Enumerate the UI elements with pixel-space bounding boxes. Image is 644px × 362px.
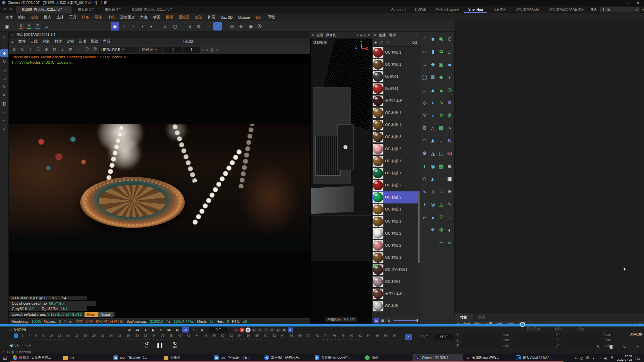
palette-command-icon[interactable]: ≈ [445, 211, 454, 224]
palette-command-icon[interactable]: ▲ [437, 83, 445, 96]
palette-command-icon[interactable]: ◉ [437, 33, 445, 45]
grid-snap-button[interactable]: # [213, 22, 222, 31]
arrow-icon[interactable]: ↗ [380, 40, 383, 45]
input-language[interactable]: 英 [610, 356, 614, 360]
viewport-canvas[interactable]: 透视视图 Y Z X 网格间距 : 100 cm [310, 39, 372, 324]
material-item[interactable]: OC 材质.3 [372, 131, 420, 143]
corner-tool-icon[interactable]: ▣ [609, 344, 613, 349]
palette-command-icon[interactable]: ⊙ [445, 33, 454, 45]
material-item[interactable]: OC 材质.2 [372, 228, 420, 240]
palette-command-icon[interactable]: ∿ [437, 96, 445, 109]
menu-item[interactable]: 模式 [41, 15, 54, 20]
layout-tab[interactable]: 神话常用Model [512, 7, 544, 13]
corner-tool-icon[interactable]: ⋯ [635, 344, 639, 349]
taskbar-app[interactable]: jpg - "Grunge 【... [111, 354, 161, 362]
palette-command-icon[interactable]: ◭ [429, 173, 437, 185]
octane-tool-icon[interactable]: Ⓡ [35, 46, 42, 53]
samples-field-2[interactable]: 1 [183, 47, 200, 53]
hamburger-icon[interactable]: ≡ [11, 40, 13, 44]
material-item[interactable]: Oc光泽1 [372, 71, 420, 83]
hamburger-icon[interactable]: ≡ [312, 34, 314, 37]
menu-item[interactable]: 角色 [138, 15, 150, 20]
record-button[interactable]: ▤ [282, 327, 287, 333]
rotation-field[interactable]: 0 ° [513, 343, 562, 348]
menu-item[interactable]: 工具 [66, 15, 79, 20]
palette-command-icon[interactable]: ∷ [437, 173, 445, 185]
material-item[interactable]: MIX OC 混合材质1 [372, 264, 420, 276]
palette-command-icon[interactable]: ◆ [429, 58, 437, 71]
tray-icon[interactable]: ▭ [597, 356, 600, 360]
layout-tab[interactable]: ShenHua [464, 7, 487, 13]
playback-progress-bar[interactable] [0, 324, 644, 326]
palette-command-icon[interactable]: ◇ [420, 96, 429, 109]
reset-transform-button[interactable]: 复位变换 [527, 327, 541, 331]
material-item[interactable]: OC 材质.2 [372, 240, 420, 252]
fcurve-button[interactable]: ∠ [405, 334, 412, 340]
palette-command-icon[interactable]: △ [429, 122, 437, 134]
palette-command-icon[interactable]: ✾ [420, 147, 429, 160]
octane-close-icon[interactable]: × [11, 33, 13, 37]
tool-icon[interactable]: ⊹ [0, 41, 8, 49]
palette-command-icon[interactable]: ◗ [429, 96, 437, 109]
taskbar-app[interactable]: 边角类 [161, 354, 211, 362]
material-item[interactable]: OC 材质 [372, 300, 420, 312]
transport-button[interactable]: ∿ [190, 327, 197, 333]
rotation-field[interactable]: 0 ° [513, 338, 562, 342]
doc-tab[interactable]: 未标题 4 * [99, 6, 126, 13]
palette-command-icon[interactable]: ≀ [420, 198, 429, 211]
palette-command-icon[interactable]: I [420, 160, 429, 173]
octane-menu-item[interactable]: 文件 [18, 39, 25, 44]
palette-command-icon[interactable]: ▣ [445, 173, 454, 185]
material-item[interactable]: OC 材质.1 [372, 59, 420, 71]
palette-command-icon[interactable]: ✤ [437, 224, 445, 236]
octane-tool-icon[interactable]: ◐ [59, 46, 66, 53]
position-field[interactable]: 0 cm [462, 338, 512, 342]
palette-command-icon[interactable]: ❋ [445, 109, 454, 122]
tray-icon[interactable]: ◎ [580, 356, 583, 360]
menu-item[interactable]: 样条 [79, 15, 92, 20]
maximize-button[interactable]: ▢ [627, 1, 630, 5]
palette-command-icon[interactable]: ⊠ [429, 71, 437, 83]
taskbar-app[interactable]: Cinema 4D R26.1... [413, 354, 463, 362]
render-button[interactable]: ◎ [228, 22, 236, 31]
record-button[interactable]: ⊹ [264, 327, 269, 333]
palette-command-icon[interactable]: ◜ [420, 33, 429, 45]
octane-tool-icon[interactable]: ▫ [75, 46, 82, 53]
tray-icon[interactable]: Ⓚ [586, 356, 589, 360]
octane-tool-icon[interactable]: ↻ [19, 46, 26, 53]
material-item[interactable]: Oc光泽1 [372, 83, 420, 95]
tray-icon[interactable]: ◀) [604, 356, 607, 360]
octane-passes-icon[interactable]: ● [201, 47, 204, 52]
panel-tab[interactable]: 场次 [473, 313, 491, 321]
content-browser-button[interactable]: ▣ [3, 22, 11, 31]
taskbar-app[interactable]: 云直播(window64)... [312, 354, 362, 362]
menu-item[interactable]: 创建 [28, 15, 41, 20]
layout-tab[interactable]: Redshift-layout [431, 7, 463, 12]
tool-icon[interactable]: ∴ [0, 108, 8, 116]
tool-icon[interactable]: ◧ [0, 100, 8, 107]
tab-close-icon[interactable]: × [65, 8, 67, 11]
record-button[interactable]: ⊘ [233, 327, 238, 333]
tray-icon[interactable]: ● [592, 356, 594, 360]
axis-lock-button[interactable]: X [17, 23, 24, 30]
material-item[interactable]: OC 材质.1 [372, 47, 420, 59]
palette-command-icon[interactable]: ◫ [437, 147, 445, 160]
record-button[interactable]: ◎ [270, 327, 275, 333]
material-menu-item[interactable]: 编辑 [389, 33, 396, 38]
palette-command-icon[interactable]: ⚙ [420, 122, 429, 134]
palette-command-icon[interactable]: ☀ [445, 185, 454, 198]
taskbar-app[interactable]: 眼影盒_百度图片搜... [10, 354, 60, 362]
menu-item[interactable]: 模拟 [163, 15, 176, 20]
viewport-display-icon[interactable]: ⊞ [367, 34, 370, 37]
octane-menu-item[interactable]: 帮助 [91, 39, 98, 44]
palette-command-icon[interactable]: ◯ [420, 71, 429, 83]
palette-command-icon[interactable]: ▮ [429, 45, 437, 58]
jump-forward-button[interactable]: ↻30 [173, 342, 177, 348]
menu-item[interactable]: 渲染 [192, 15, 205, 20]
viewport-display-icon[interactable]: ◎ [364, 34, 366, 37]
menu-item[interactable]: 运动图形 [117, 15, 138, 20]
system-clock[interactable]: 23:372022-07-25 [617, 355, 632, 362]
tool-icon[interactable]: ✎ [0, 83, 8, 90]
tool-icon[interactable]: ↻ [0, 58, 8, 65]
transport-button[interactable]: ◀) [198, 327, 205, 333]
